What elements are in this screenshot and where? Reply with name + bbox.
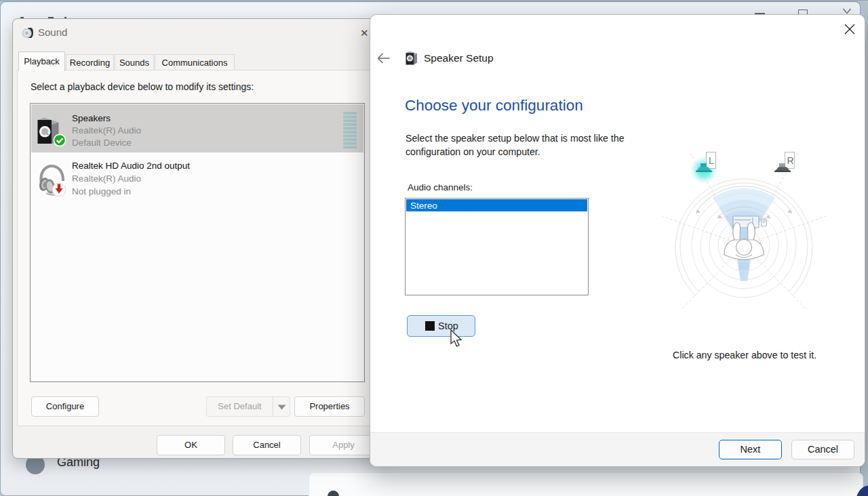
svg-text:R: R bbox=[787, 155, 794, 166]
svg-text:L: L bbox=[709, 155, 714, 166]
